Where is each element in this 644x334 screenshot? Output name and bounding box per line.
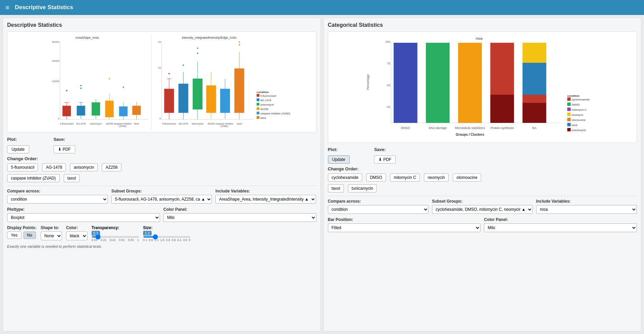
- order-tags-row2: caspase inhibitor (ZVAD) taxol: [7, 174, 316, 182]
- tag-caspase[interactable]: caspase inhibitor (ZVAD): [7, 174, 60, 182]
- svg-rect-118: [567, 103, 570, 106]
- color-panel-group: Color Panel: Milo: [163, 207, 316, 222]
- svg-text:condition: condition: [567, 94, 579, 97]
- change-order-section: Change Order: 5-fluorouracil AG-1478 ani…: [7, 156, 316, 182]
- svg-rect-52: [179, 84, 188, 113]
- tag-right-taxol[interactable]: taxol: [328, 184, 344, 192]
- svg-text:5-fluorouracil: 5-fluorouracil: [162, 123, 176, 125]
- right-subset-groups-select[interactable]: cyclohexamide, DMSO, mitomycin C, neomyc…: [432, 205, 533, 214]
- plot-save-row: Plot: Update Save: ⬇ PDF: [7, 137, 316, 153]
- transparency-ticks: 0.010.210.410.610.811: [92, 238, 139, 242]
- right-include-variables-label: Include Variables:: [536, 199, 637, 204]
- display-no-btn[interactable]: No: [23, 231, 36, 239]
- transparency-label: Transparency:: [92, 225, 139, 230]
- svg-point-76: [239, 41, 240, 43]
- shape-group: Shape to: None: [41, 225, 62, 240]
- compare-across-select[interactable]: condition: [7, 195, 108, 204]
- right-pdf-button[interactable]: ⬇ PDF: [374, 155, 396, 164]
- svg-rect-126: [567, 123, 570, 126]
- tag-anisomycin[interactable]: anisomycin: [70, 163, 98, 171]
- svg-text:taxol: taxol: [571, 124, 577, 127]
- left-panel-title: Descriptive Statistics: [7, 22, 316, 28]
- svg-text:Groups / Clusters: Groups / Clusters: [455, 133, 484, 136]
- bar-dna-damage: [426, 43, 449, 123]
- right-save-label: Save:: [374, 147, 396, 152]
- color-select[interactable]: black: [66, 231, 87, 240]
- tag-dmso[interactable]: DMSO: [366, 173, 386, 182]
- pdf-button[interactable]: ⬇ PDF: [54, 145, 75, 153]
- svg-point-32: [123, 87, 124, 88]
- right-include-variables-select[interactable]: moa: [536, 205, 637, 214]
- svg-text:moa: moa: [476, 37, 483, 40]
- right-controls-grid-3: Compare across: condition Subset Groups:…: [328, 199, 637, 214]
- plottype-select[interactable]: Boxplot: [7, 213, 160, 222]
- right-order-tags-row: cyclohexamide DMSO mitomycin C neomycin …: [328, 173, 637, 182]
- color-group: Color: black: [66, 225, 87, 240]
- svg-text:AG-1478: AG-1478: [179, 123, 188, 125]
- svg-point-74: [197, 48, 198, 49]
- right-compare-across-group: Compare across: condition: [328, 199, 429, 214]
- update-button[interactable]: Update: [7, 145, 29, 153]
- transparency-slider[interactable]: [92, 236, 139, 238]
- svg-rect-25: [133, 106, 141, 115]
- controls-grid-3: Compare across: condition Subset Groups:…: [7, 189, 316, 204]
- plottype-group: Plottype: Boxplot: [7, 207, 160, 222]
- svg-text:AG-1478: AG-1478: [76, 123, 86, 125]
- tag-taxol[interactable]: taxol: [64, 174, 80, 182]
- svg-rect-68: [235, 69, 244, 113]
- transparency-section: Transparency: 0.1 0.010.210.410.610.811: [92, 225, 139, 242]
- right-divider: [328, 196, 637, 196]
- svg-text:DMSO: DMSO: [401, 126, 410, 130]
- menu-icon[interactable]: ≡: [5, 4, 9, 12]
- right-chart-container: moa 100 75 50 25 Percentage: [328, 32, 637, 143]
- svg-text:taxol: taxol: [134, 123, 139, 125]
- right-compare-across-select[interactable]: condition: [328, 205, 429, 214]
- tag-ag1478[interactable]: AG-1478: [42, 163, 66, 171]
- color-panel-select[interactable]: Milo: [163, 213, 316, 222]
- tag-olomoucine[interactable]: olomoucine: [453, 173, 481, 182]
- svg-text:taxol: taxol: [260, 116, 266, 119]
- tag-az258[interactable]: AZ258: [102, 163, 121, 171]
- svg-rect-95: [257, 116, 259, 119]
- svg-rect-120: [567, 108, 570, 111]
- right-panel: Categorical Statistics moa 100 75 50 25 …: [324, 18, 642, 331]
- plottype-label: Plottype:: [7, 207, 160, 212]
- svg-text:anisomycin: anisomycin: [260, 103, 274, 106]
- svg-rect-12: [77, 106, 85, 115]
- right-update-button[interactable]: Update: [328, 155, 350, 164]
- tag-neomycin[interactable]: neomycin: [424, 173, 449, 182]
- svg-point-75: [197, 53, 198, 54]
- plot-label: Plot:: [7, 137, 29, 142]
- shape-select[interactable]: None: [41, 231, 62, 240]
- display-points-label: Display Points:: [7, 225, 37, 230]
- svg-text:tunicamycin: tunicamycin: [571, 129, 586, 132]
- right-color-panel-select[interactable]: Milo: [484, 223, 637, 232]
- svg-text:DMSO: DMSO: [571, 103, 580, 106]
- svg-text:75: 75: [387, 62, 390, 65]
- tag-tunicamycin[interactable]: tunicamycin: [348, 184, 377, 192]
- bar-na-yellow: [522, 43, 546, 63]
- tag-mitomycin[interactable]: mitomycin C: [390, 173, 420, 182]
- svg-text:AZ258: AZ258: [260, 108, 269, 111]
- bottom-controls-row: Display Points: Yes No Shape to: None Co…: [7, 225, 316, 242]
- svg-text:AreaShape_Area: AreaShape_Area: [75, 36, 99, 39]
- bar-microtubule: [458, 43, 482, 123]
- bar-position-select[interactable]: Filled: [328, 223, 481, 232]
- tag-fluorouracil[interactable]: 5-fluorouracil: [7, 163, 38, 171]
- svg-rect-128: [567, 128, 570, 131]
- display-yes-btn[interactable]: Yes: [7, 231, 21, 239]
- svg-rect-85: [257, 94, 259, 97]
- color-label: Color:: [66, 225, 87, 230]
- svg-text:(ZVAD): (ZVAD): [220, 125, 228, 128]
- include-variables-select[interactable]: AreaShape_Area, Intensity_IntegratedInte…: [215, 195, 316, 204]
- svg-text:NA: NA: [532, 126, 536, 130]
- subset-groups-select[interactable]: 5-fluorouracil, AG-1478, anisomycin, AZ2…: [111, 195, 212, 204]
- svg-rect-124: [567, 118, 570, 121]
- svg-rect-93: [257, 112, 259, 114]
- download-icon: ⬇: [58, 147, 61, 152]
- svg-point-28: [66, 90, 67, 91]
- left-chart-svg: AreaShape_Area 30000 20000 10000 0: [10, 35, 313, 130]
- tag-cyclohexamide[interactable]: cyclohexamide: [328, 173, 362, 182]
- size-slider[interactable]: [143, 236, 191, 238]
- svg-text:(ZVAD): (ZVAD): [119, 125, 126, 128]
